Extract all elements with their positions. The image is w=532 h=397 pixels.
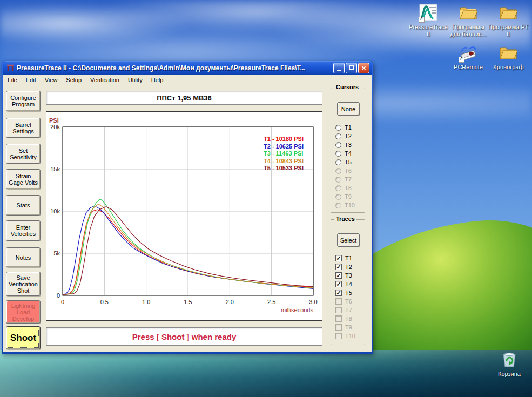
cursor-radio-t5[interactable] (335, 159, 341, 165)
menu-item-verification[interactable]: Verification (86, 76, 124, 84)
chart-legend: T1 - 10180 PSIT2 - 10625 PSIT3 - 11463 P… (264, 136, 304, 171)
cursor-row-t3: T3 (335, 141, 352, 149)
cursor-row-t6: T6 (335, 167, 352, 174)
cursor-row-t1: T1 (335, 124, 352, 131)
desktop-icon-folder-chronograph[interactable]: Хронограф (487, 43, 529, 71)
maximize-button[interactable] (346, 63, 357, 73)
cursor-radio-t9 (335, 194, 341, 200)
trace-checkbox-t9 (335, 324, 342, 331)
desktop-icon-label: Хронограф (487, 64, 529, 71)
folder-icon (499, 43, 518, 63)
strain-gage-volts-button[interactable]: Strain Gage Volts (6, 169, 41, 189)
pressure-chart-panel: 00.51.01.52.02.53.005k10k15k20kPSImillis… (46, 111, 322, 321)
desktop-icon-pressuretrace[interactable]: PressureTrace II (407, 3, 449, 38)
enter-velocities-button[interactable]: Enter Velocities (6, 220, 41, 241)
cursor-radio-t6 (335, 168, 341, 174)
configure-program-button[interactable]: Configure Program (6, 91, 41, 111)
x-tick-label: 2.0 (226, 299, 234, 305)
status-message-text: Press [ Shoot ] when ready (132, 332, 237, 341)
trace-row-t4: ✓T4 (335, 280, 352, 288)
x-axis-title: milliseconds (281, 307, 313, 313)
trace-checkbox-t1[interactable]: ✓ (335, 255, 342, 261)
trace-checkbox-t2[interactable]: ✓ (335, 264, 342, 270)
save-verification-shot-button[interactable]: Save Verification Shot (6, 272, 41, 296)
trace-label: T9 (345, 324, 352, 331)
x-tick-label: 3.0 (309, 299, 317, 305)
desktop-icon-recycle-bin[interactable]: Корзина (488, 350, 530, 378)
cursor-label: T6 (345, 167, 352, 174)
menu-item-setup[interactable]: Setup (62, 76, 86, 84)
window-title: PressureTrace II - C:\Documents and Sett… (15, 64, 332, 72)
cursor-label: T3 (345, 142, 352, 148)
cursor-row-t8: T8 (335, 184, 352, 192)
cursor-row-t7: T7 (335, 176, 352, 183)
y-tick-label: 10k (50, 208, 60, 214)
y-tick-label: 20k (50, 124, 60, 130)
desktop-icon-label: PressureTrace II (407, 24, 449, 38)
set-sensitivity-button[interactable]: Set Sensitivity (6, 144, 41, 164)
trace-checkbox-t5[interactable]: ✓ (335, 290, 342, 296)
cursor-row-t4: T4 (335, 150, 352, 157)
trace-checkbox-t3[interactable]: ✓ (335, 272, 342, 279)
cursor-row-t10: T10 (335, 201, 355, 209)
cursor-radio-t1[interactable] (335, 125, 341, 131)
desktop-icon-label: Корзина (488, 371, 530, 378)
lightning-load-develop-button[interactable]: Lightning Load Develop (6, 300, 41, 324)
shoot-button[interactable]: Shoot (6, 326, 41, 349)
desktop-icon-label: Программы для баллис... (447, 24, 489, 38)
shot-title-text: ППСт 1,95 МВ36 (157, 94, 212, 102)
cursor-radio-t3[interactable] (335, 142, 341, 148)
barrel-settings-button[interactable]: Barrel Settings (6, 118, 41, 138)
minimize-button[interactable] (333, 63, 345, 73)
cursor-label: T4 (345, 150, 352, 157)
legend-entry-t3: T3 - 11463 PSI (264, 150, 303, 157)
trace-row-t9: T9 (335, 324, 352, 331)
trace-row-t7: T7 (335, 306, 352, 314)
shortcut-arrow-icon (419, 17, 425, 23)
shot-title-field[interactable]: ППСт 1,95 МВ36 (46, 91, 322, 105)
close-button[interactable]: ✕ (358, 63, 369, 73)
cursors-none-button[interactable]: None (337, 102, 360, 116)
cursor-radio-t4[interactable] (335, 151, 341, 157)
desktop-icon-folder-ballistics[interactable]: Программы для баллис... (447, 3, 489, 38)
menu-bar: FileEditViewSetupVerificationUtilityHelp (3, 75, 372, 85)
cursor-row-t2: T2 (335, 132, 352, 140)
cursor-radio-t7 (335, 177, 341, 183)
trace-label: T5 (345, 290, 352, 296)
cursor-label: T2 (345, 133, 352, 139)
menu-item-utility[interactable]: Utility (124, 76, 147, 84)
notes-button[interactable]: Notes (6, 247, 41, 267)
traces-select-button[interactable]: Select (337, 233, 360, 247)
trace-checkbox-t4[interactable]: ✓ (335, 281, 342, 287)
traces-groupbox-title: Traces (334, 216, 356, 222)
menu-item-view[interactable]: View (41, 76, 62, 84)
legend-entry-t2: T2 - 10625 PSI (264, 143, 304, 150)
pressuretrace-app-icon (419, 3, 438, 23)
trace-label: T7 (345, 307, 352, 313)
y-tick-label: 0 (57, 292, 60, 299)
x-tick-label: 0.5 (100, 299, 109, 305)
trace-row-t6: T6 (335, 298, 352, 305)
menu-item-file[interactable]: File (3, 76, 22, 84)
desktop-wallpaper-water (0, 350, 532, 397)
cursors-groupbox: Cursors None T1T2T3T4T5T6T7T8T9T10 (331, 88, 365, 213)
cursor-radio-t2[interactable] (335, 133, 341, 139)
window-client-area: Configure ProgramBarrel SettingsSet Sens… (3, 85, 372, 352)
cursor-radio-t10 (335, 203, 341, 208)
pressure-trace-chart: 00.51.01.52.02.53.005k10k15k20kPSImillis… (46, 112, 322, 320)
cursor-label: T5 (345, 159, 352, 165)
folder-icon (459, 3, 478, 23)
cursor-row-t9: T9 (335, 193, 352, 200)
legend-entry-t4: T4 - 10843 PSI (264, 158, 304, 164)
title-bar[interactable]: PressureTrace II - C:\Documents and Sett… (3, 61, 372, 75)
desktop-icon-folder-program-pt[interactable]: Программа РТ II (487, 3, 529, 38)
menu-item-help[interactable]: Help (147, 76, 168, 84)
trace-label: T1 (345, 255, 352, 261)
stats-button[interactable]: Stats (6, 195, 41, 216)
cursor-row-t5: T5 (335, 158, 352, 166)
trace-label: T8 (345, 315, 352, 322)
menu-item-edit[interactable]: Edit (22, 76, 41, 84)
y-axis-title: PSI (49, 117, 59, 124)
desktop-icon-pcremote[interactable]: PCRemote (447, 43, 489, 71)
status-message-box: Press [ Shoot ] when ready (46, 327, 322, 346)
